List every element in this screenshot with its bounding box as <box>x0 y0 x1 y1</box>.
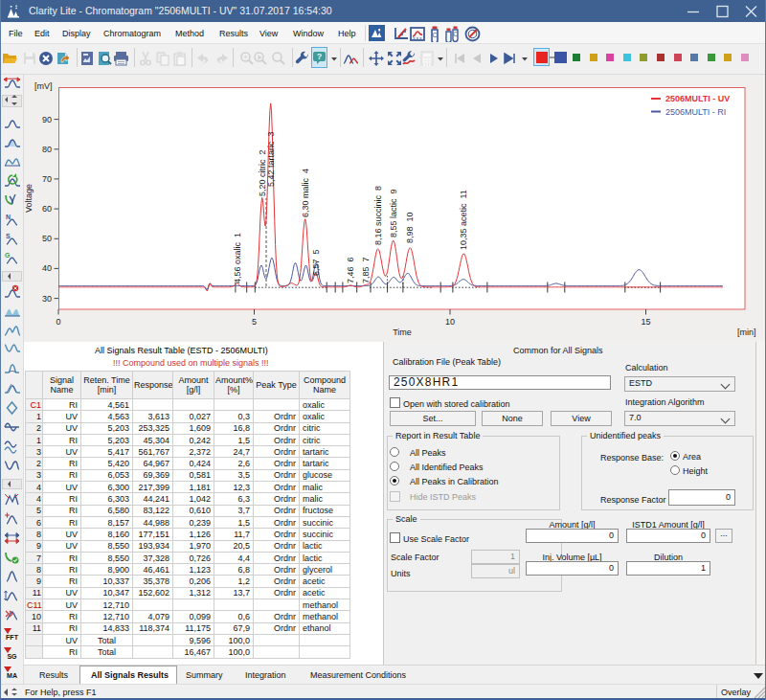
svg-text:8,16 succinic 8: 8,16 succinic 8 <box>373 186 383 245</box>
svg-text:+: + <box>243 53 248 61</box>
svg-text:8,98 10: 8,98 10 <box>405 212 415 243</box>
svg-text:60: 60 <box>42 204 52 214</box>
svg-text:[mV]: [mV] <box>34 81 53 91</box>
svg-text:6,57 5: 6,57 5 <box>311 249 321 276</box>
svg-text:10: 10 <box>445 317 455 327</box>
svg-text:80: 80 <box>42 145 52 154</box>
svg-text:2506MULTI - RI: 2506MULTI - RI <box>665 107 726 117</box>
svg-text:90: 90 <box>42 115 52 124</box>
svg-text:Voltage: Voltage <box>24 184 34 213</box>
svg-text:2506MULTI - UV: 2506MULTI - UV <box>665 94 730 103</box>
svg-text:5,42 tartaric 3: 5,42 tartaric 3 <box>266 131 276 187</box>
svg-text:4,56 oxalic 1: 4,56 oxalic 1 <box>233 233 242 283</box>
svg-text:50: 50 <box>42 234 52 243</box>
svg-text:5: 5 <box>252 317 257 327</box>
svg-text:N: N <box>6 214 11 220</box>
svg-text:40: 40 <box>42 263 52 273</box>
svg-text:15: 15 <box>641 317 650 327</box>
svg-text:30: 30 <box>42 294 52 304</box>
svg-text:70: 70 <box>42 174 52 184</box>
svg-text:7,46 6: 7,46 6 <box>346 257 355 283</box>
svg-text:G: G <box>5 252 11 259</box>
svg-text:?: ? <box>317 52 323 61</box>
svg-text:10,35 acetic 11: 10,35 acetic 11 <box>459 190 468 250</box>
svg-text:S: S <box>6 233 11 239</box>
svg-text:Time: Time <box>393 327 412 337</box>
svg-text:6,30 malic 4: 6,30 malic 4 <box>301 169 310 217</box>
svg-text:C: C <box>453 31 458 37</box>
svg-text:8,55 lactic 9: 8,55 lactic 9 <box>389 189 398 237</box>
svg-text:7,85 7: 7,85 7 <box>361 257 371 283</box>
svg-text:0: 0 <box>56 317 60 327</box>
svg-text:C: C <box>432 32 437 38</box>
svg-text:[min]: [min] <box>737 327 756 337</box>
